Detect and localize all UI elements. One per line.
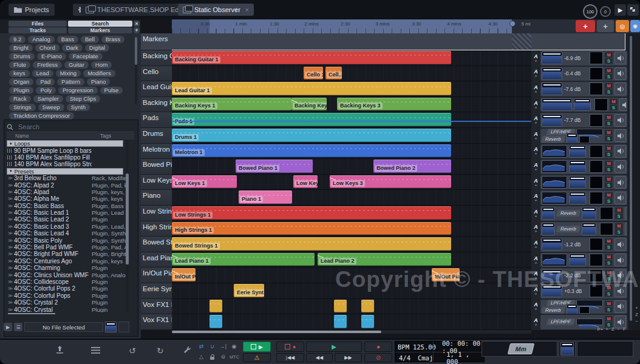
volume-fader[interactable] xyxy=(582,223,596,235)
add-track-button[interactable]: + xyxy=(597,20,614,32)
volume-db-readout[interactable]: -1.2 dB xyxy=(564,241,580,248)
audio-clip[interactable] xyxy=(361,315,374,328)
mute-button[interactable]: M xyxy=(605,254,613,260)
tag-pill[interactable]: Brass xyxy=(101,36,124,43)
plugin-tag[interactable]: LPF/HPF xyxy=(546,318,576,325)
add-plugin-button[interactable]: + xyxy=(534,90,537,94)
mute-button[interactable]: M xyxy=(605,130,613,135)
track-lane[interactable]: Lead Piano 1Lead Piano 2 xyxy=(172,252,531,268)
solo-button[interactable]: S xyxy=(605,307,613,312)
output-speaker-button[interactable] xyxy=(614,129,626,142)
track-header[interactable]: Piano xyxy=(141,190,172,206)
list-item[interactable]: ≫4OSC: CollidescopePlugin xyxy=(7,278,135,285)
output-speaker-button[interactable] xyxy=(614,52,626,64)
record-safe-play-button[interactable]: ▶ xyxy=(243,342,271,352)
track-header[interactable]: Pads xyxy=(141,112,172,128)
tag-pill[interactable]: Progression xyxy=(58,87,98,94)
output-speaker-button[interactable] xyxy=(614,254,626,266)
add-track-red-button[interactable]: + xyxy=(576,20,595,32)
tag-pill[interactable]: Piano xyxy=(87,78,110,86)
list-item[interactable]: ≫4OSC: Basic Lead 2Plugin xyxy=(7,216,135,223)
track-lane[interactable]: Backing Keys 1Backing Keys 2Backing Keys… xyxy=(172,97,531,113)
add-plugin-button[interactable]: + xyxy=(534,184,537,187)
track-lane[interactable]: High Strings 1 xyxy=(172,221,531,237)
track-header[interactable]: Bowed Piano xyxy=(141,159,172,175)
mute-button[interactable]: M xyxy=(605,83,613,89)
track-header[interactable]: Backing Guitar xyxy=(141,50,172,66)
tag-pill[interactable]: Step Clips xyxy=(66,95,100,103)
solo-button[interactable]: S xyxy=(610,105,618,110)
loop-end-pin[interactable] xyxy=(509,21,516,27)
preview-menu-button[interactable]: ☰ xyxy=(14,323,22,331)
tag-pill[interactable]: Pattern xyxy=(57,78,84,86)
tag-pill[interactable]: Chord xyxy=(35,44,60,52)
volume-fader[interactable] xyxy=(569,176,586,189)
metronome-toggle[interactable]: △ xyxy=(197,353,206,360)
trim-knob[interactable]: 0 xyxy=(600,6,611,17)
output-speaker-button[interactable] xyxy=(614,192,626,204)
audio-clip[interactable]: Backing Keys 3 xyxy=(337,98,451,111)
master-mix-button[interactable]: Mm xyxy=(508,343,535,354)
output-speaker-button[interactable] xyxy=(614,285,626,297)
tag-pill[interactable]: Horn xyxy=(91,61,112,69)
add-plugin-button[interactable]: + xyxy=(534,199,537,203)
sampler-module[interactable] xyxy=(542,98,572,111)
audio-clip[interactable] xyxy=(334,315,347,328)
send-fader[interactable] xyxy=(567,133,577,143)
vertical-scrollbar[interactable] xyxy=(630,36,632,321)
audio-clip[interactable]: Pads 1 xyxy=(172,113,451,126)
mute-button[interactable]: M xyxy=(605,161,613,166)
send-fader[interactable] xyxy=(567,304,577,314)
audio-clip[interactable]: Melotron 1 xyxy=(172,144,451,158)
tag-pill[interactable]: Sampler xyxy=(33,95,63,103)
tab-close-icon[interactable]: × xyxy=(245,7,249,13)
track-lane[interactable]: Backing Guitar 1 xyxy=(172,50,531,66)
tag-pill[interactable]: Modifiers xyxy=(83,70,115,77)
volume-fader[interactable] xyxy=(542,114,562,127)
track-lane[interactable]: Lead Guitar 1 xyxy=(172,81,531,97)
list-item[interactable]: ≫4OSC: Colorful Pops 2Plugin xyxy=(7,285,135,292)
list-item[interactable]: 140 BPM Alex Sanfilippo Fill ... xyxy=(7,154,135,161)
filter-curve-module[interactable] xyxy=(576,129,603,135)
track-lane[interactable]: Low Strings 1 xyxy=(172,206,531,221)
volume-db-readout[interactable]: -7.6 dB xyxy=(564,86,580,92)
track-lane[interactable]: Cello 1Cell... xyxy=(172,66,531,82)
tag-pill[interactable]: Dark xyxy=(62,44,83,52)
master-fader[interactable] xyxy=(560,342,574,356)
track-header[interactable]: Eerie Synth xyxy=(141,283,172,299)
add-plugin-button[interactable]: + xyxy=(534,261,537,265)
volume-db-readout[interactable]: +0.3 dB xyxy=(564,288,582,294)
eq-plugin-module[interactable] xyxy=(542,192,567,204)
track-lane[interactable] xyxy=(172,314,531,330)
audio-clip[interactable] xyxy=(209,315,222,328)
add-plugin-button[interactable]: + xyxy=(534,168,537,172)
tag-pill[interactable]: Rack xyxy=(9,95,31,103)
arrangement-area[interactable]: Backing Guitar 1Cello 1Cell...Lead Guita… xyxy=(172,33,531,330)
zoom-fit-button[interactable]: F xyxy=(623,326,626,332)
solo-button[interactable]: S xyxy=(605,260,613,266)
volume-fader[interactable] xyxy=(569,145,586,158)
list-item[interactable]: ≫4OSC: Basic BassPlugin, Bass xyxy=(7,203,135,209)
output-speaker-button[interactable] xyxy=(614,269,626,282)
warning-button[interactable]: ⚠ xyxy=(243,353,271,362)
output-speaker-button[interactable] xyxy=(614,176,626,189)
eq-plugin-module[interactable] xyxy=(542,145,567,158)
volume-fader[interactable] xyxy=(569,254,586,266)
mute-button[interactable]: M xyxy=(615,207,623,213)
volume-db-readout[interactable]: -0.4 dB xyxy=(564,70,580,76)
mute-button[interactable]: M xyxy=(605,146,613,151)
tag-pill[interactable]: Synth xyxy=(67,104,90,111)
track-header[interactable]: Lead Piano xyxy=(141,252,172,268)
to-end-button[interactable]: →| xyxy=(219,343,228,350)
list-hscrollbar[interactable] xyxy=(8,313,55,314)
tag-pill[interactable]: Strings xyxy=(9,104,36,111)
audio-clip[interactable]: Backing Guitar 1 xyxy=(172,51,451,64)
list-item[interactable]: ≫4OSC: Bell Pad WMFPlugin, Pad, Ar xyxy=(7,244,135,251)
plugin-tag[interactable]: Reverb xyxy=(556,226,581,232)
track-header[interactable]: Vox FX1 L xyxy=(141,299,172,315)
preview-play-button[interactable]: ▶ xyxy=(4,323,12,331)
add-plugin-button[interactable]: + xyxy=(534,137,537,141)
track-header-markers[interactable]: Markers xyxy=(141,33,172,50)
mute-button[interactable]: M xyxy=(605,52,613,58)
volume-fader[interactable] xyxy=(582,207,596,220)
